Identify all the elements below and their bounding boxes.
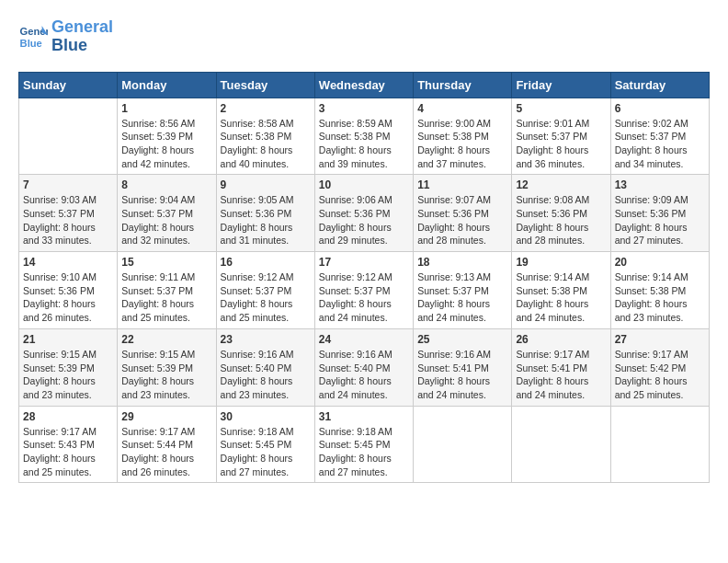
day-info: Sunrise: 9:17 AMSunset: 5:41 PMDaylight:…	[516, 348, 606, 402]
calendar-cell: 24Sunrise: 9:16 AMSunset: 5:40 PMDayligh…	[314, 328, 413, 406]
day-info: Sunrise: 9:12 AMSunset: 5:37 PMDaylight:…	[319, 270, 409, 325]
day-number: 5	[516, 102, 606, 115]
calendar-cell	[414, 406, 512, 483]
day-number: 11	[417, 178, 507, 191]
day-info: Sunrise: 9:03 AMSunset: 5:37 PMDaylight:…	[23, 193, 113, 247]
calendar-cell: 17Sunrise: 9:12 AMSunset: 5:37 PMDayligh…	[314, 252, 413, 329]
calendar-cell: 9Sunrise: 9:05 AMSunset: 5:36 PMDaylight…	[216, 175, 314, 252]
day-info: Sunrise: 8:58 AMSunset: 5:38 PMDaylight:…	[221, 117, 311, 171]
day-number: 8	[121, 178, 211, 191]
day-number: 23	[221, 333, 311, 346]
weekday-header-thursday: Thursday	[414, 72, 512, 98]
day-number: 6	[615, 102, 705, 115]
calendar-cell: 27Sunrise: 9:17 AMSunset: 5:42 PMDayligh…	[610, 328, 709, 406]
day-info: Sunrise: 9:18 AMSunset: 5:45 PMDaylight:…	[221, 425, 311, 479]
calendar-cell: 30Sunrise: 9:18 AMSunset: 5:45 PMDayligh…	[216, 406, 314, 483]
calendar-cell: 31Sunrise: 9:18 AMSunset: 5:45 PMDayligh…	[314, 406, 413, 483]
calendar-cell: 26Sunrise: 9:17 AMSunset: 5:41 PMDayligh…	[512, 328, 610, 406]
day-info: Sunrise: 9:01 AMSunset: 5:37 PMDaylight:…	[516, 117, 606, 171]
calendar-cell: 21Sunrise: 9:15 AMSunset: 5:39 PMDayligh…	[19, 328, 118, 406]
day-number: 16	[221, 256, 311, 269]
calendar-cell: 7Sunrise: 9:03 AMSunset: 5:37 PMDaylight…	[19, 175, 118, 252]
day-info: Sunrise: 9:13 AMSunset: 5:37 PMDaylight:…	[417, 270, 507, 325]
day-info: Sunrise: 9:17 AMSunset: 5:43 PMDaylight:…	[23, 425, 113, 479]
day-number: 22	[121, 333, 211, 346]
weekday-header-friday: Friday	[512, 72, 610, 98]
calendar-cell	[512, 406, 610, 483]
day-info: Sunrise: 9:09 AMSunset: 5:36 PMDaylight:…	[615, 193, 705, 247]
day-info: Sunrise: 9:07 AMSunset: 5:36 PMDaylight:…	[417, 193, 507, 247]
calendar-cell: 3Sunrise: 8:59 AMSunset: 5:38 PMDaylight…	[314, 98, 413, 175]
day-number: 15	[121, 256, 211, 269]
day-number: 17	[319, 256, 409, 269]
calendar-cell: 19Sunrise: 9:14 AMSunset: 5:38 PMDayligh…	[512, 252, 610, 329]
calendar-cell: 28Sunrise: 9:17 AMSunset: 5:43 PMDayligh…	[19, 406, 118, 483]
day-info: Sunrise: 9:14 AMSunset: 5:38 PMDaylight:…	[516, 270, 606, 325]
calendar-cell	[610, 406, 709, 483]
day-number: 19	[516, 256, 606, 269]
calendar-cell: 16Sunrise: 9:12 AMSunset: 5:37 PMDayligh…	[216, 252, 314, 329]
calendar-cell: 22Sunrise: 9:15 AMSunset: 5:39 PMDayligh…	[118, 328, 216, 406]
day-number: 24	[319, 333, 409, 346]
day-number: 12	[516, 178, 606, 191]
calendar-cell: 15Sunrise: 9:11 AMSunset: 5:37 PMDayligh…	[118, 252, 216, 329]
day-info: Sunrise: 9:00 AMSunset: 5:38 PMDaylight:…	[417, 117, 507, 171]
day-info: Sunrise: 9:16 AMSunset: 5:40 PMDaylight:…	[221, 348, 311, 402]
weekday-header-tuesday: Tuesday	[216, 72, 314, 98]
calendar-cell	[19, 98, 118, 175]
calendar-cell: 14Sunrise: 9:10 AMSunset: 5:36 PMDayligh…	[19, 252, 118, 329]
weekday-header-monday: Monday	[118, 72, 216, 98]
day-number: 28	[23, 410, 113, 423]
day-number: 14	[23, 256, 113, 269]
calendar-cell: 5Sunrise: 9:01 AMSunset: 5:37 PMDaylight…	[512, 98, 610, 175]
calendar-cell: 2Sunrise: 8:58 AMSunset: 5:38 PMDaylight…	[216, 98, 314, 175]
calendar-cell: 18Sunrise: 9:13 AMSunset: 5:37 PMDayligh…	[414, 252, 512, 329]
day-number: 25	[417, 333, 507, 346]
day-info: Sunrise: 8:59 AMSunset: 5:38 PMDaylight:…	[319, 117, 409, 171]
day-number: 1	[121, 102, 211, 115]
weekday-header-saturday: Saturday	[610, 72, 709, 98]
calendar-cell: 13Sunrise: 9:09 AMSunset: 5:36 PMDayligh…	[610, 175, 709, 252]
day-info: Sunrise: 9:10 AMSunset: 5:36 PMDaylight:…	[23, 270, 113, 325]
day-number: 20	[615, 256, 705, 269]
day-info: Sunrise: 9:16 AMSunset: 5:41 PMDaylight:…	[417, 348, 507, 402]
day-number: 3	[319, 102, 409, 115]
day-info: Sunrise: 9:18 AMSunset: 5:45 PMDaylight:…	[319, 425, 409, 479]
day-info: Sunrise: 9:12 AMSunset: 5:37 PMDaylight:…	[221, 270, 311, 325]
day-number: 26	[516, 333, 606, 346]
calendar-cell: 23Sunrise: 9:16 AMSunset: 5:40 PMDayligh…	[216, 328, 314, 406]
logo-line1: General	[51, 18, 113, 37]
day-info: Sunrise: 9:17 AMSunset: 5:44 PMDaylight:…	[121, 425, 211, 479]
logo-line2: Blue	[51, 37, 113, 55]
day-info: Sunrise: 9:06 AMSunset: 5:36 PMDaylight:…	[319, 193, 409, 247]
calendar-cell: 1Sunrise: 8:56 AMSunset: 5:39 PMDaylight…	[118, 98, 216, 175]
day-info: Sunrise: 9:05 AMSunset: 5:36 PMDaylight:…	[221, 193, 311, 247]
day-info: Sunrise: 9:14 AMSunset: 5:38 PMDaylight:…	[615, 270, 705, 325]
calendar-cell: 6Sunrise: 9:02 AMSunset: 5:37 PMDaylight…	[610, 98, 709, 175]
day-number: 18	[417, 256, 507, 269]
day-info: Sunrise: 9:04 AMSunset: 5:37 PMDaylight:…	[121, 193, 211, 247]
day-info: Sunrise: 9:15 AMSunset: 5:39 PMDaylight:…	[23, 348, 113, 402]
day-number: 7	[23, 178, 113, 191]
day-info: Sunrise: 9:08 AMSunset: 5:36 PMDaylight:…	[516, 193, 606, 247]
day-number: 9	[221, 178, 311, 191]
day-info: Sunrise: 9:11 AMSunset: 5:37 PMDaylight:…	[121, 270, 211, 325]
day-number: 31	[319, 410, 409, 423]
calendar-cell: 29Sunrise: 9:17 AMSunset: 5:44 PMDayligh…	[118, 406, 216, 483]
weekday-header-wednesday: Wednesday	[314, 72, 413, 98]
day-number: 4	[417, 102, 507, 115]
day-number: 10	[319, 178, 409, 191]
day-info: Sunrise: 9:16 AMSunset: 5:40 PMDaylight:…	[319, 348, 409, 402]
day-info: Sunrise: 9:17 AMSunset: 5:42 PMDaylight:…	[615, 348, 705, 402]
day-number: 2	[221, 102, 311, 115]
calendar-cell: 20Sunrise: 9:14 AMSunset: 5:38 PMDayligh…	[610, 252, 709, 329]
calendar-table: SundayMondayTuesdayWednesdayThursdayFrid…	[18, 72, 710, 484]
weekday-header-sunday: Sunday	[19, 72, 118, 98]
calendar-cell: 11Sunrise: 9:07 AMSunset: 5:36 PMDayligh…	[414, 175, 512, 252]
calendar-cell: 4Sunrise: 9:00 AMSunset: 5:38 PMDaylight…	[414, 98, 512, 175]
svg-text:Blue: Blue	[20, 38, 42, 49]
calendar-cell: 12Sunrise: 9:08 AMSunset: 5:36 PMDayligh…	[512, 175, 610, 252]
day-number: 21	[23, 333, 113, 346]
calendar-cell: 8Sunrise: 9:04 AMSunset: 5:37 PMDaylight…	[118, 175, 216, 252]
day-number: 30	[221, 410, 311, 423]
